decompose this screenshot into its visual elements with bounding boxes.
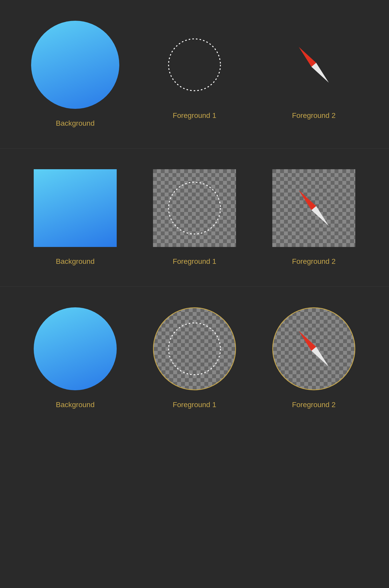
section3-item-foreground1: Foreground 1 [135,307,254,409]
dashed-ring-svg [163,34,226,96]
foreground2-label-3: Foreground 2 [292,401,336,409]
foreground2-label: Foreground 2 [292,111,336,120]
section2-item-foreground2: Foreground 2 [254,169,373,266]
foreground2-compass [277,29,350,101]
svg-point-6 [169,323,220,375]
background-label-2: Background [56,257,94,266]
section3-item-background: Background [16,307,135,409]
svg-marker-8 [311,347,331,369]
svg-marker-5 [311,206,331,228]
svg-marker-1 [296,45,316,67]
section-1: Background Foreground 1 Foreground 2 [0,0,389,148]
foreground1-label-3: Foreground 1 [173,401,216,409]
compass-needle-svg [277,28,350,101]
svg-point-0 [169,39,220,91]
foreground1-checker-square [153,169,236,247]
background-circle [31,21,119,109]
dashed-ring-svg-3 [163,318,226,380]
section3-item-foreground2: Foreground 2 [254,307,373,409]
svg-marker-2 [311,63,331,84]
foreground1-dashed-circle [158,29,231,101]
section2-item-foreground1: Foreground 1 [135,169,254,266]
svg-marker-4 [296,188,316,210]
foreground1-checker-circle [153,307,236,390]
background-circle-3 [34,307,117,390]
section2-item-background: Background [16,169,135,266]
foreground1-label-2: Foreground 1 [173,257,216,266]
foreground2-label-2: Foreground 2 [292,257,336,266]
background-label-3: Background [56,401,94,409]
dashed-ring-svg-2 [163,177,226,239]
compass-needle-svg-2 [277,172,350,245]
section-2: Background Foreground 1 Foreground 2 [0,148,389,287]
foreground1-label: Foreground 1 [173,111,216,120]
compass-needle-svg-3 [277,312,350,385]
foreground2-checker-circle-compass [272,307,355,390]
section-3: Background Foreground 1 Foreground 2 [0,287,389,440]
section1-item-background: Background [16,21,135,127]
background-label: Background [56,119,94,127]
svg-marker-7 [296,329,316,351]
section1-item-foreground1: Foreground 1 [135,29,254,120]
svg-point-3 [169,182,220,234]
section1-item-foreground2: Foreground 2 [254,29,373,120]
background-square [34,169,117,247]
foreground2-checker-compass [272,169,355,247]
